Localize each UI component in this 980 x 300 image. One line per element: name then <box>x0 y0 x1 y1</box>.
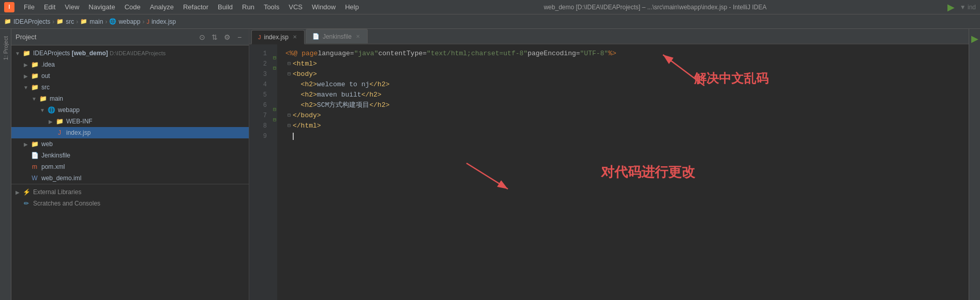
breadcrumb-ideaprojects[interactable]: IDEAProjects <box>13 18 50 25</box>
menu-vcs[interactable]: VCS <box>284 2 307 12</box>
tree-label-main: main <box>50 95 63 102</box>
menu-run[interactable]: Run <box>238 2 259 12</box>
editor-tabs: J index.jsp ✕ 📄 Jenkinsfile ✕ <box>249 29 969 44</box>
attr-language: language= <box>318 49 354 59</box>
menu-analyze[interactable]: Analyze <box>146 2 178 12</box>
indent-6 <box>293 100 301 110</box>
xml-icon-pom: m <box>30 163 39 170</box>
tree-label-root: IDEAProjects [web_demo] D:\IDEA\IDEAProj… <box>33 50 165 57</box>
fold-8[interactable]: ⊟ <box>285 121 293 131</box>
tag-body-open: <body> <box>293 69 317 80</box>
menu-help[interactable]: Help <box>341 2 363 12</box>
arrow-webapp: ▼ <box>38 107 47 113</box>
fold-body-end[interactable]: ⊟ <box>272 106 277 117</box>
tag-body-close: </body> <box>293 110 321 121</box>
window-title: web_demo [D:\IDEA\IDEAProjects] – ...\sr… <box>364 4 946 11</box>
breadcrumb-indexjsp[interactable]: index.jsp <box>152 18 176 25</box>
tree-item-idea[interactable]: ▶ 📁 .idea <box>11 59 249 70</box>
locate-icon[interactable]: ⊙ <box>197 32 207 42</box>
arrow-web: ▶ <box>22 141 30 147</box>
cursor <box>293 133 294 140</box>
tree-item-pomxml[interactable]: m pom.xml <box>11 161 249 172</box>
minimize-icon[interactable]: − <box>234 32 245 42</box>
breadcrumb-indexjsp-icon: J <box>146 19 149 25</box>
indent-4 <box>293 80 301 90</box>
tab-indexjsp-close[interactable]: ✕ <box>292 34 298 40</box>
fold-3[interactable]: ⊟ <box>285 69 293 80</box>
menu-build[interactable]: Build <box>214 2 237 12</box>
tree-item-web[interactable]: ▶ 📁 web <box>11 138 249 150</box>
menu-view[interactable]: View <box>61 2 83 12</box>
tree-item-extlibs[interactable]: ▶ ⚡ External Libraries <box>11 186 249 198</box>
ln-8: 8 <box>249 121 272 131</box>
code-line-3: ⊟ <body> <box>285 69 969 80</box>
tree-item-src[interactable]: ▼ 📁 src <box>11 82 249 93</box>
folder-icon-out: 📁 <box>30 72 39 80</box>
folder-icon-src: 📁 <box>30 84 39 91</box>
fold-2[interactable]: ⊟ <box>285 59 293 69</box>
folder-icon-webinf: 📁 <box>55 118 64 125</box>
breadcrumb: 📁 IDEAProjects › 📁 src › 📁 main › 🌐 weba… <box>0 14 980 29</box>
right-panel: ▶ <box>969 29 980 300</box>
iml-icon-file: W <box>30 175 39 182</box>
menu-window[interactable]: Window <box>308 2 340 12</box>
tree-label-webinf: WEB-INF <box>66 118 93 125</box>
tag-h2-2-open: <h2> <box>301 90 317 100</box>
folder-icon-web: 📁 <box>30 140 39 148</box>
fold-html-end[interactable]: ⊟ <box>272 117 277 127</box>
tree-item-iml[interactable]: W web_demo.iml <box>11 172 249 184</box>
tab-indexjsp[interactable]: J index.jsp ✕ <box>251 30 305 44</box>
tree-item-main[interactable]: ▼ 📁 main <box>11 93 249 104</box>
equalizer-icon[interactable]: ⇅ <box>209 32 220 42</box>
tree-item-scratches[interactable]: ✏ Scratches and Consoles <box>11 198 249 209</box>
breadcrumb-src-icon: 📁 <box>56 18 64 25</box>
breadcrumb-main[interactable]: main <box>89 18 103 25</box>
code-editor[interactable]: 1 2 3 4 5 6 7 8 9 ⊟ ⊟ ⊟ ⊟ <box>249 44 969 300</box>
menu-edit[interactable]: Edit <box>40 2 59 12</box>
run-icon[interactable]: ▶ <box>947 2 955 13</box>
tag-h2-2-close: </h2> <box>361 90 382 100</box>
tree-item-jenkinsfile[interactable]: 📄 Jenkinsfile <box>11 150 249 161</box>
menu-code[interactable]: Code <box>120 2 145 12</box>
indent-5 <box>293 90 301 100</box>
folder-icon-idea: 📁 <box>30 61 39 68</box>
tab-jenkinsfile[interactable]: 📄 Jenkinsfile ✕ <box>306 29 368 43</box>
arrow-out: ▶ <box>22 73 30 79</box>
menu-tools[interactable]: Tools <box>260 2 283 12</box>
ln-4: 4 <box>249 80 272 90</box>
right-arrow-icon[interactable]: ▶ <box>971 33 978 44</box>
fold-html[interactable]: ⊟ <box>272 55 277 65</box>
code-line-7: ⊟ </body> <box>285 110 969 121</box>
tag-h2-1-close: </h2> <box>369 80 389 90</box>
breadcrumb-sep1: › <box>52 18 54 25</box>
fold-7[interactable]: ⊟ <box>285 110 293 121</box>
menu-refactor[interactable]: Refactor <box>179 2 213 12</box>
gear-icon[interactable]: ⚙ <box>222 32 232 42</box>
menu-navigate[interactable]: Navigate <box>84 2 119 12</box>
tree-label-pomxml: pom.xml <box>41 163 65 170</box>
arrow-src: ▼ <box>22 85 30 90</box>
project-tab-label[interactable]: 1: Project <box>2 33 10 63</box>
tree-item-out[interactable]: ▶ 📁 out <box>11 70 249 82</box>
breadcrumb-webapp[interactable]: webapp <box>118 18 140 25</box>
breadcrumb-src[interactable]: src <box>66 18 74 25</box>
menu-file[interactable]: File <box>20 2 39 12</box>
tree-item-root[interactable]: ▼ 📁 IDEAProjects [web_demo] D:\IDEA\IDEA… <box>11 48 249 59</box>
line-numbers: 1 2 3 4 5 6 7 8 9 <box>249 44 272 300</box>
gutter-ln-1 <box>272 44 277 55</box>
tab-jenkinsfile-close[interactable]: ✕ <box>355 33 361 40</box>
tree-item-webapp[interactable]: ▼ 🌐 webapp <box>11 104 249 116</box>
ln-2: 2 <box>249 59 272 69</box>
tree-item-webinf[interactable]: ▶ 📁 WEB-INF <box>11 116 249 127</box>
tree-label-scratches: Scratches and Consoles <box>33 200 100 207</box>
scratches-icon: ✏ <box>22 200 31 207</box>
tag-html-close: </html> <box>293 121 321 131</box>
panel-header: Project ⊙ ⇅ ⚙ − <box>11 29 249 45</box>
tree-label-src: src <box>41 84 50 91</box>
tree-label-out: out <box>41 72 50 80</box>
tree-item-indexjsp[interactable]: J index.jsp <box>11 127 249 138</box>
fold-body[interactable]: ⊟ <box>272 65 277 75</box>
breadcrumb-main-icon: 📁 <box>80 18 87 25</box>
tab-indexjsp-icon: J <box>258 34 261 40</box>
code-content[interactable]: <%@ page language="java" contentType="te… <box>277 44 969 300</box>
